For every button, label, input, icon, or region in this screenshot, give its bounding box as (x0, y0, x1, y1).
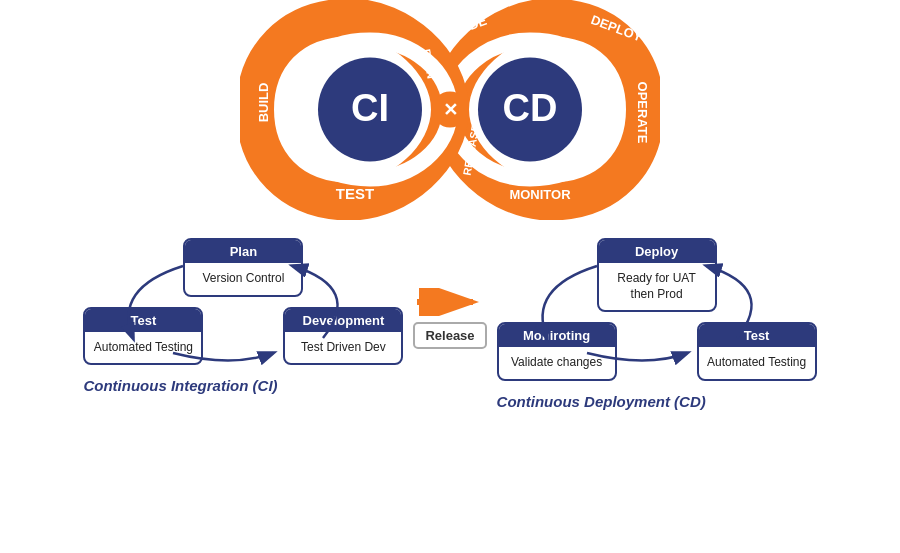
ci-plan-card: Plan Version Control (183, 238, 303, 297)
ci-test-card: Test Automated Testing (83, 307, 203, 366)
ci-test-body: Automated Testing (85, 332, 201, 364)
svg-text:BUILD: BUILD (256, 83, 271, 123)
release-arrow-icon (415, 288, 485, 316)
cd-deploy-body: Ready for UAT then Prod (599, 263, 715, 310)
cd-test-header: Test (699, 324, 815, 347)
cd-deploy-card: Deploy Ready for UAT then Prod (597, 238, 717, 312)
svg-text:OPERATE: OPERATE (635, 82, 650, 144)
cd-deploy-header: Deploy (599, 240, 715, 263)
cd-monitoring-card: Moniroting Validate changes (497, 322, 617, 381)
svg-text:✕: ✕ (443, 100, 458, 120)
ci-dev-header: Development (285, 309, 401, 332)
svg-text:CD: CD (503, 87, 558, 129)
cd-deploy-card-row: Deploy Ready for UAT then Prod (497, 238, 817, 312)
cd-workflow: Deploy Ready for UAT then Prod Monirotin… (497, 238, 817, 410)
ci-test-header: Test (85, 309, 201, 332)
ci-bottom-row: Test Automated Testing Development Test … (83, 307, 403, 366)
svg-text:CI: CI (351, 87, 389, 129)
cd-monitoring-header: Moniroting (499, 324, 615, 347)
svg-text:TEST: TEST (336, 185, 374, 202)
svg-text:MONITOR: MONITOR (509, 187, 571, 202)
cd-test-card: Test Automated Testing (697, 322, 817, 381)
ci-plan-card-row: Plan Version Control (83, 238, 403, 297)
ci-footer-label: Continuous Integration (CI) (83, 377, 403, 394)
ci-dev-card: Development Test Driven Dev (283, 307, 403, 366)
cd-bottom-row: Moniroting Validate changes Test Automat… (497, 322, 817, 381)
release-label: Release (413, 322, 486, 349)
cd-monitoring-body: Validate changes (499, 347, 615, 379)
cicd-infinity-diagram: CI CD ✕ CODE BUILD PLAN TEST RELEASE DEP… (240, 0, 660, 220)
cd-footer-label: Continuous Deployment (CD) (497, 393, 817, 410)
ci-plan-body: Version Control (185, 263, 301, 295)
ci-dev-body: Test Driven Dev (285, 332, 401, 364)
ci-plan-header: Plan (185, 240, 301, 263)
workflow-section: Plan Version Control Test Automated Test… (0, 228, 900, 553)
cd-test-body: Automated Testing (699, 347, 815, 379)
release-section: Release (403, 288, 496, 349)
ci-workflow: Plan Version Control Test Automated Test… (83, 238, 403, 394)
